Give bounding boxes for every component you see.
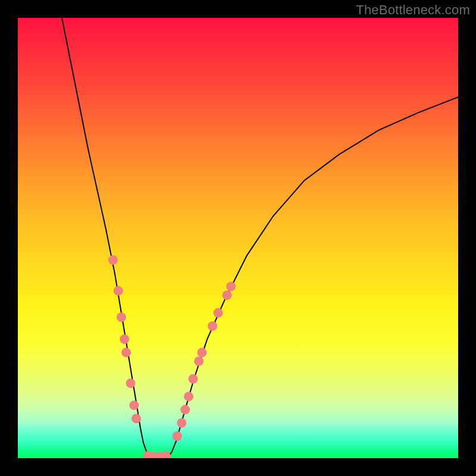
data-dot	[173, 431, 182, 441]
data-dot	[177, 418, 186, 428]
data-dot	[129, 400, 139, 410]
data-dot	[194, 356, 203, 366]
data-dot	[114, 286, 123, 296]
data-dot	[208, 321, 217, 331]
data-dot	[223, 290, 232, 300]
bottleneck-curve	[62, 18, 458, 458]
data-dot	[189, 374, 198, 384]
data-dot	[120, 334, 129, 344]
plot-area	[18, 18, 458, 458]
data-dot	[226, 281, 236, 291]
data-dot	[214, 308, 223, 318]
bottleneck-curve-svg	[18, 18, 458, 458]
data-dot	[180, 405, 190, 415]
dots-group	[108, 255, 236, 458]
data-dot	[121, 347, 131, 357]
data-dot	[131, 414, 141, 423]
attribution-text: TheBottleneck.com	[356, 2, 470, 18]
data-dot	[161, 451, 171, 458]
data-dot	[197, 347, 206, 357]
data-dot	[184, 392, 193, 401]
curve-group	[62, 18, 458, 458]
data-dot	[108, 255, 118, 265]
chart-frame: TheBottleneck.com	[0, 0, 476, 476]
data-dot	[126, 378, 135, 388]
data-dot	[117, 312, 126, 322]
